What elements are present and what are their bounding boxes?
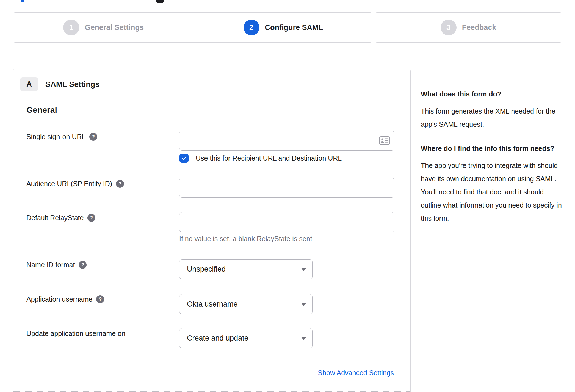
- help-icon[interactable]: ?: [89, 133, 97, 141]
- update-application-username-label: Update application username on: [26, 330, 125, 338]
- application-username-label: Application username: [26, 295, 92, 303]
- application-username-value: Okta username: [187, 300, 238, 308]
- update-application-username-value: Create and update: [187, 334, 248, 343]
- name-id-format-label: Name ID format: [26, 261, 75, 269]
- chevron-down-icon: [301, 337, 306, 340]
- step-general-settings[interactable]: 1 General Settings: [13, 13, 194, 42]
- field-label-row: Application username ?: [26, 295, 104, 303]
- sidebar-body-what: This form generates the XML needed for t…: [421, 104, 563, 131]
- field-label-row: Audience URI (SP Entity ID) ?: [26, 180, 124, 188]
- single-sign-on-url-label: Single sign-on URL: [26, 133, 85, 141]
- help-icon[interactable]: ?: [79, 261, 87, 269]
- field-label-row: Single sign-on URL ?: [26, 133, 97, 141]
- name-id-format-select[interactable]: Unspecified: [179, 259, 313, 279]
- step-configure-saml[interactable]: 2 Configure SAML: [194, 13, 372, 42]
- step-label-feedback: Feedback: [462, 23, 496, 32]
- help-sidebar: What does this form do? This form genera…: [421, 87, 563, 236]
- stepper-group-feedback: 3 Feedback: [375, 12, 562, 43]
- contact-card-icon: [379, 136, 390, 145]
- stepper-group-main: 1 General Settings 2 Configure SAML: [13, 12, 372, 43]
- step-number-3: 3: [441, 20, 457, 35]
- audience-uri-field-wrap: [179, 178, 394, 198]
- single-sign-on-url-input[interactable]: [179, 131, 394, 151]
- audience-uri-label: Audience URI (SP Entity ID): [26, 180, 112, 188]
- step-label-general-settings: General Settings: [85, 23, 144, 32]
- cutoff-logo-bottom: [156, 0, 164, 3]
- help-icon[interactable]: ?: [87, 214, 95, 222]
- default-relaystate-label: Default RelayState: [26, 214, 84, 222]
- help-icon[interactable]: ?: [96, 295, 104, 303]
- sidebar-body-where: The app you're trying to integrate with …: [421, 159, 563, 225]
- help-icon[interactable]: ?: [116, 180, 124, 188]
- chevron-down-icon: [301, 268, 306, 271]
- section-badge-a: A: [20, 77, 38, 91]
- application-username-select[interactable]: Okta username: [179, 294, 313, 314]
- card-title: SAML Settings: [45, 77, 99, 91]
- step-label-configure-saml: Configure SAML: [265, 23, 323, 32]
- step-number-1: 1: [63, 20, 79, 35]
- wizard-stepper: 1 General Settings 2 Configure SAML 3 Fe…: [13, 12, 562, 43]
- field-label-row: Name ID format ?: [26, 261, 87, 269]
- recipient-url-checkbox[interactable]: [179, 154, 189, 163]
- relaystate-helper-text: If no value is set, a blank RelayState i…: [179, 235, 312, 243]
- recipient-url-checkbox-label: Use this for Recipient URL and Destinati…: [196, 154, 342, 162]
- sidebar-heading-what: What does this form do?: [421, 87, 563, 101]
- step-feedback[interactable]: 3 Feedback: [375, 13, 562, 42]
- default-relaystate-field-wrap: [179, 212, 394, 232]
- audience-uri-input[interactable]: [179, 178, 394, 198]
- check-icon: [181, 155, 187, 161]
- single-sign-on-url-field-wrap: [179, 131, 394, 151]
- recipient-url-checkbox-row: Use this for Recipient URL and Destinati…: [179, 154, 342, 163]
- step-number-2: 2: [244, 20, 259, 35]
- cutoff-blue-element: [21, 0, 24, 2]
- section-dashed-divider: [13, 391, 410, 392]
- chevron-down-icon: [301, 303, 306, 306]
- name-id-format-value: Unspecified: [187, 265, 226, 274]
- update-application-username-select[interactable]: Create and update: [179, 328, 313, 348]
- saml-settings-card: A SAML Settings General Single sign-on U…: [13, 69, 411, 392]
- group-title-general: General: [26, 105, 57, 115]
- sidebar-heading-where: Where do I find the info this form needs…: [421, 142, 563, 155]
- show-advanced-settings-link[interactable]: Show Advanced Settings: [318, 369, 394, 377]
- field-label-row: Update application username on: [26, 330, 125, 338]
- default-relaystate-input[interactable]: [179, 212, 394, 232]
- field-label-row: Default RelayState ?: [26, 214, 95, 222]
